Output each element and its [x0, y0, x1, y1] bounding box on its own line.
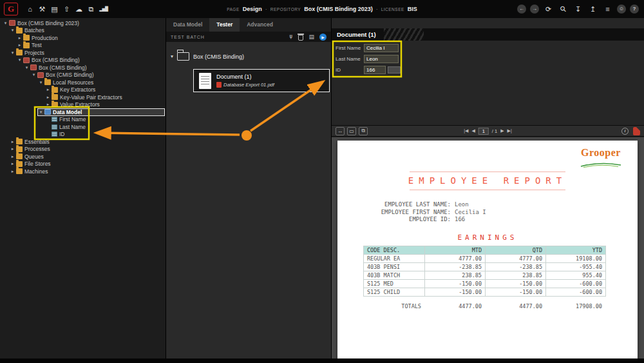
report-total-cell: 4477.00 — [485, 303, 545, 309]
report-cell: 238.85 — [425, 271, 486, 280]
expander-icon[interactable]: ▾ — [10, 28, 15, 33]
export-icon[interactable]: ⇧ — [61, 4, 72, 14]
review-icon[interactable]: ⧉ — [86, 4, 97, 14]
fit-width-icon[interactable]: ↔ — [336, 127, 345, 135]
report-cell: 4777.00 — [486, 255, 546, 263]
expander-icon[interactable]: ▾ — [17, 57, 23, 63]
tree-item-box-cmis-binding[interactable]: ▾Box (CMIS Binding) — [0, 72, 166, 79]
expander-icon[interactable]: ▾ — [38, 80, 44, 85]
back-button[interactable]: ← — [517, 5, 526, 14]
expander-icon[interactable]: ▸ — [17, 35, 23, 41]
expander-icon[interactable]: ▸ — [10, 154, 15, 159]
expander-icon[interactable]: ▾ — [171, 54, 173, 59]
tools-icon[interactable]: ⚒ — [37, 4, 48, 14]
tree-item-file-stores[interactable]: ▸File Stores — [0, 161, 166, 168]
help-button[interactable]: ? — [630, 5, 639, 14]
tree-item-data-model[interactable]: ▾Data Model — [0, 108, 164, 116]
report-row: S125 CHILD-150.00-150.00-600.00 — [364, 288, 606, 297]
trash-icon[interactable] — [298, 35, 303, 41]
stats-icon[interactable]: ▂▅█ — [98, 4, 109, 14]
tree-item-box-cmis-binding[interactable]: ▾Box (CMIS Binding) — [0, 64, 166, 72]
upload-button[interactable]: ↥ — [587, 4, 598, 14]
expander-icon[interactable]: ▸ — [45, 87, 51, 92]
tree-item-label: Batches — [24, 27, 44, 34]
expander-icon[interactable]: ▾ — [31, 72, 37, 77]
expander-icon[interactable]: ▸ — [10, 139, 15, 144]
tree-item-id[interactable]: ID — [0, 131, 166, 139]
first-name-input[interactable]: Cecilia I — [364, 44, 399, 52]
info-icon[interactable]: i — [621, 128, 629, 135]
log-icon[interactable]: ▤ — [308, 34, 314, 40]
repository-value[interactable]: Box (CMIS Binding 2023) — [304, 6, 373, 12]
top-bar: G ⌂⚒▤⇧☁⧉▂▅█ PAGE Design · REPOSITORY Box… — [0, 0, 644, 18]
tab-data-model[interactable]: Data Model — [166, 18, 209, 32]
id-input[interactable]: 166 — [364, 66, 386, 74]
tree-item-value-extractors[interactable]: ▸Value Extractors — [0, 101, 166, 109]
tree-item-key-value-pair-extractors[interactable]: ▸Key-Value Pair Extractors — [0, 93, 166, 101]
id-browse-button[interactable] — [388, 66, 401, 74]
tree-item-box-cmis-binding-2023[interactable]: ▾Box (CMIS Binding 2023) — [0, 19, 166, 27]
tree-item-local-resources[interactable]: ▾Local Resources — [0, 79, 166, 86]
licensee-label: LICENSEE — [381, 7, 404, 12]
document-card[interactable]: Document (1) Database Export 01.pdf — [193, 69, 330, 92]
first-page-button[interactable]: |◀ — [464, 128, 468, 133]
expander-icon[interactable]: ▸ — [45, 95, 51, 100]
tree-item-test[interactable]: ▸Test — [0, 42, 166, 50]
tree-item-machines[interactable]: ▸Machines — [0, 168, 166, 175]
page-label: PAGE — [227, 7, 240, 12]
expander-icon[interactable]: ▾ — [10, 50, 15, 55]
user-button[interactable]: ☺ — [617, 5, 626, 14]
download-button[interactable]: ↧ — [573, 4, 583, 14]
refresh-button[interactable]: ⟳ — [543, 4, 554, 14]
expander-icon[interactable]: ▸ — [10, 161, 15, 166]
batch-folder-row[interactable]: ▾ Box (CMIS Binding) — [171, 52, 244, 61]
separator: · — [265, 6, 267, 12]
prev-page-button[interactable]: ◀ — [471, 128, 475, 133]
tree-item-essentials[interactable]: ▸Essentials — [0, 138, 166, 146]
fit-page-icon[interactable]: ▭ — [347, 127, 356, 135]
tab-tester[interactable]: Tester — [209, 18, 240, 32]
tree-item-last-name[interactable]: Last Name — [0, 123, 166, 131]
stack-button[interactable]: ≡ — [602, 4, 613, 14]
grooper-icon — [30, 64, 37, 70]
tree-item-projects[interactable]: ▾Projects — [0, 49, 166, 57]
folder-icon — [44, 79, 51, 85]
tree-item-first-name[interactable]: First Name — [0, 116, 166, 124]
expander-icon[interactable]: ▾ — [3, 21, 8, 26]
pdf-icon[interactable] — [633, 127, 640, 135]
expander-icon[interactable]: ▸ — [10, 146, 15, 152]
cloud-icon[interactable]: ☁ — [73, 4, 84, 14]
tree-item-processes[interactable]: ▸Processes — [0, 146, 166, 153]
datamodel-icon — [44, 109, 51, 115]
report-cell: -955.40 — [546, 263, 606, 271]
home-icon[interactable]: ⌂ — [24, 4, 35, 14]
tree-item-key-extractors[interactable]: ▸Key Extractors — [0, 86, 166, 94]
tree-item-label: Essentials — [24, 139, 50, 145]
expander-icon[interactable]: ▾ — [38, 110, 44, 115]
expander-icon[interactable]: ▸ — [45, 102, 51, 107]
document-viewer[interactable]: Grooper EMPLOYEE REPORT EMPLOYEE LAST NA… — [332, 137, 644, 358]
tree-item-production[interactable]: ▸Production — [0, 34, 166, 42]
play-button[interactable]: ▶ — [319, 34, 327, 41]
tab-advanced[interactable]: Advanced — [240, 18, 280, 32]
page-input[interactable]: 1 — [478, 128, 489, 135]
report-title: EMPLOYEE REPORT — [337, 175, 638, 186]
last-page-button[interactable]: ▶| — [507, 128, 512, 133]
status-bar — [0, 358, 644, 363]
hierarchy-icon[interactable]: ⋔ — [289, 34, 294, 40]
forward-button[interactable]: → — [530, 5, 539, 14]
field-label: ID — [336, 67, 364, 73]
batches-icon[interactable]: ▤ — [49, 4, 60, 14]
page-value[interactable]: Design — [243, 6, 262, 12]
layers-icon[interactable]: ⧉ — [359, 127, 368, 135]
expander-icon[interactable]: ▾ — [24, 65, 30, 70]
tree-item-label: File Stores — [24, 161, 51, 167]
tree-item-queues[interactable]: ▸Queues — [0, 153, 166, 161]
grooper-logo[interactable]: G — [4, 3, 18, 15]
expander-icon[interactable]: ▸ — [10, 169, 15, 174]
expander-icon[interactable]: ▸ — [17, 43, 23, 48]
search-button[interactable]: ⚲ — [556, 1, 571, 16]
tree-item-box-cmis-binding[interactable]: ▾Box (CMIS Binding) — [0, 57, 166, 64]
next-page-button[interactable]: ▶ — [500, 128, 504, 133]
last-name-input[interactable]: Leon — [364, 55, 399, 63]
